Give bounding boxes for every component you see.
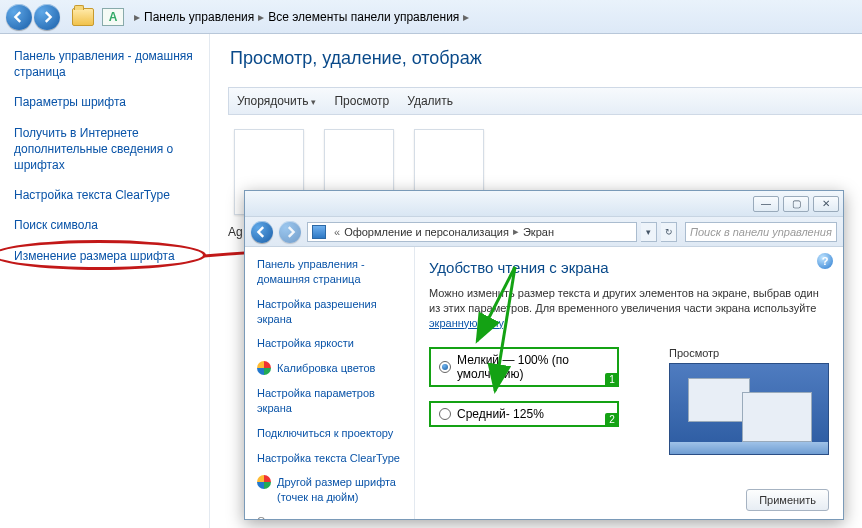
shield-icon xyxy=(257,475,271,489)
inner-window: — ▢ ✕ « Оформление и персонализация ▸ Эк… xyxy=(244,190,844,520)
outer-sidebar: Панель управления - домашняя страница Па… xyxy=(0,34,210,528)
address-dropdown[interactable]: ▾ xyxy=(641,222,657,242)
inner-sidebar-home[interactable]: Панель управления - домашняя страница xyxy=(257,257,406,287)
annotation-badge: 2 xyxy=(605,413,619,427)
radio-icon xyxy=(439,361,451,373)
search-placeholder: Поиск в панели управления xyxy=(690,226,832,238)
annotation-badge: 1 xyxy=(605,373,619,387)
breadcrumb-item[interactable]: Панель управления xyxy=(144,10,254,24)
display-icon xyxy=(312,225,326,239)
chevron-right-icon: ▸ xyxy=(134,10,140,24)
inner-sidebar-brightness[interactable]: Настройка яркости xyxy=(257,336,406,351)
outer-address-bar: A ▸ Панель управления ▸ Все элементы пан… xyxy=(0,0,862,34)
magnifier-link[interactable]: экранную лупу xyxy=(429,317,503,329)
help-icon[interactable]: ? xyxy=(817,253,833,269)
inner-titlebar: — ▢ ✕ xyxy=(245,191,843,217)
inner-description: Можно изменить размер текста и других эл… xyxy=(429,286,829,331)
option-label: Мелкий — 100% (по умолчанию) xyxy=(457,353,609,381)
inner-sidebar-display-params[interactable]: Настройка параметров экрана xyxy=(257,386,406,416)
inner-breadcrumb[interactable]: Оформление и персонализация xyxy=(344,226,509,238)
refresh-button[interactable]: ↻ xyxy=(661,222,677,242)
toolbar-view[interactable]: Просмотр xyxy=(334,94,389,108)
size-option-100[interactable]: Мелкий — 100% (по умолчанию) 1 xyxy=(429,347,619,387)
inner-sidebar-label: Калибровка цветов xyxy=(277,361,375,376)
sidebar-item-cleartype[interactable]: Настройка текста ClearType xyxy=(14,187,199,203)
sidebar-home-link[interactable]: Панель управления - домашняя страница xyxy=(14,48,199,80)
inner-main: ? Удобство чтения с экрана Можно изменит… xyxy=(415,247,843,519)
inner-address-field[interactable]: « Оформление и персонализация ▸ Экран xyxy=(307,222,637,242)
breadcrumb-item[interactable]: Все элементы панели управления xyxy=(268,10,459,24)
inner-forward-button[interactable] xyxy=(279,221,301,243)
toolbar: Упорядочить▾ Просмотр Удалить xyxy=(228,87,862,115)
apply-button[interactable]: Применить xyxy=(746,489,829,511)
sidebar-item-get-fonts-online[interactable]: Получить в Интернете дополнительные свед… xyxy=(14,125,199,174)
sidebar-item-find-symbol[interactable]: Поиск символа xyxy=(14,217,199,233)
sidebar-item-change-font-size[interactable]: Изменение размера шрифта xyxy=(14,248,175,264)
folder-icon xyxy=(72,8,94,26)
inner-address-bar: « Оформление и персонализация ▸ Экран ▾ … xyxy=(245,217,843,247)
toolbar-organize[interactable]: Упорядочить▾ xyxy=(237,94,316,108)
inner-back-button[interactable] xyxy=(251,221,273,243)
display-preview xyxy=(669,363,829,455)
inner-sidebar: Панель управления - домашняя страница На… xyxy=(245,247,415,519)
inner-sidebar-dpi[interactable]: Другой размер шрифта (точек на дюйм) xyxy=(257,475,406,505)
minimize-button[interactable]: — xyxy=(753,196,779,212)
page-title: Просмотр, удаление, отображ xyxy=(230,48,862,69)
fonts-icon: A xyxy=(102,8,124,26)
inner-sidebar-calibrate[interactable]: Калибровка цветов xyxy=(257,361,406,376)
preview-label: Просмотр xyxy=(669,347,829,359)
toolbar-delete[interactable]: Удалить xyxy=(407,94,453,108)
size-option-125[interactable]: Средний- 125% 2 xyxy=(429,401,619,427)
close-button[interactable]: ✕ xyxy=(813,196,839,212)
option-label: Средний- 125% xyxy=(457,407,544,421)
chevron-right-icon: ▸ xyxy=(463,10,469,24)
inner-breadcrumb[interactable]: Экран xyxy=(523,226,554,238)
back-button[interactable] xyxy=(6,4,32,30)
maximize-button[interactable]: ▢ xyxy=(783,196,809,212)
see-also-label: См. также xyxy=(257,515,406,519)
inner-sidebar-resolution[interactable]: Настройка разрешения экрана xyxy=(257,297,406,327)
inner-page-title: Удобство чтения с экрана xyxy=(429,259,829,276)
sidebar-item-font-params[interactable]: Параметры шрифта xyxy=(14,94,199,110)
search-input[interactable]: Поиск в панели управления xyxy=(685,222,837,242)
shield-icon xyxy=(257,361,271,375)
forward-button[interactable] xyxy=(34,4,60,30)
inner-sidebar-cleartype[interactable]: Настройка текста ClearType xyxy=(257,451,406,466)
inner-sidebar-label: Другой размер шрифта (точек на дюйм) xyxy=(277,475,406,505)
radio-icon xyxy=(439,408,451,420)
chevron-right-icon: ▸ xyxy=(258,10,264,24)
inner-sidebar-projector[interactable]: Подключиться к проектору xyxy=(257,426,406,441)
